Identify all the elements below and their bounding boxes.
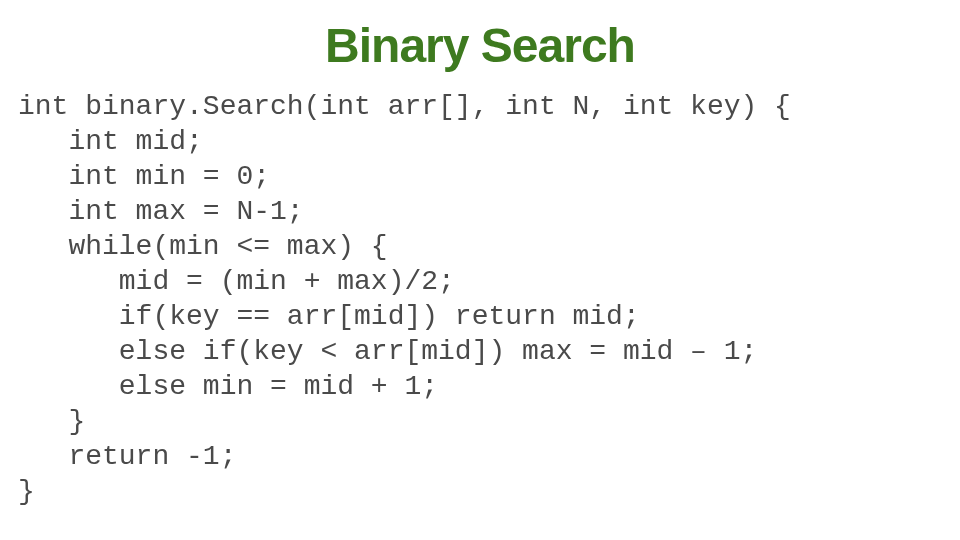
code-line: int mid; — [18, 126, 203, 157]
slide-title: Binary Search — [0, 0, 960, 83]
code-line: if(key == arr[mid]) return mid; — [18, 301, 640, 332]
code-line: else if(key < arr[mid]) max = mid – 1; — [18, 336, 757, 367]
code-line: int max = N-1; — [18, 196, 304, 227]
code-line: else min = mid + 1; — [18, 371, 438, 402]
code-line: mid = (min + max)/2; — [18, 266, 455, 297]
code-line: return -1; — [18, 441, 236, 472]
code-line: int binary.Search(int arr[], int N, int … — [18, 91, 791, 122]
code-line: while(min <= max) { — [18, 231, 388, 262]
code-line: int min = 0; — [18, 161, 270, 192]
slide: Binary Search int binary.Search(int arr[… — [0, 0, 960, 540]
code-block: int binary.Search(int arr[], int N, int … — [0, 83, 960, 509]
code-line: } — [18, 476, 35, 507]
code-line: } — [18, 406, 85, 437]
